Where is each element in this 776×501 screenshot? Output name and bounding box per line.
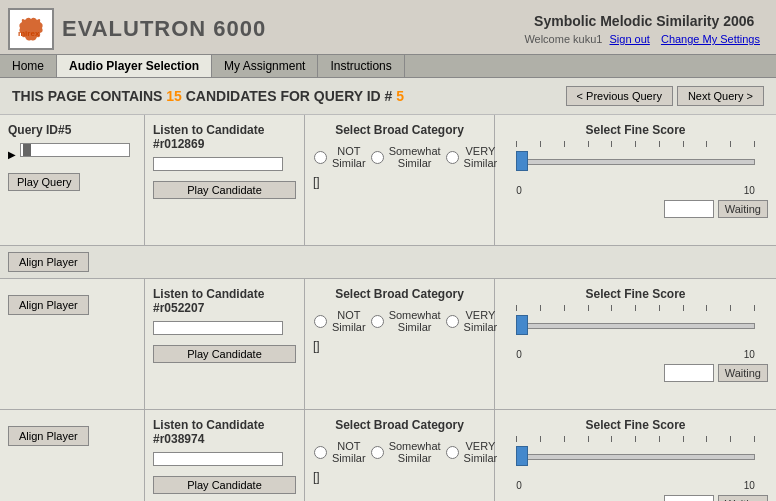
fine-scale-1: 0 10 (516, 349, 755, 360)
fine-score-input-0[interactable] (664, 200, 714, 218)
nav-item-home[interactable]: Home (0, 55, 57, 77)
radio-not-similar-0[interactable] (314, 151, 327, 164)
radio-very-2[interactable] (446, 446, 459, 459)
fine-title-0: Select Fine Score (503, 123, 768, 137)
radio-very-1[interactable] (446, 315, 459, 328)
waiting-badge-1: Waiting (718, 364, 768, 382)
radio-row-0: NOT Similar Somewhat Similar VERY Simila… (313, 145, 486, 169)
nav-item-instructions[interactable]: Instructions (318, 55, 404, 77)
query-nav-buttons: < Previous Query Next Query > (566, 86, 764, 106)
align-player-button-1[interactable]: Align Player (8, 295, 89, 315)
fine-slider-0[interactable] (503, 149, 768, 179)
logo-box: mirex (8, 8, 54, 50)
scale-min-1: 0 (516, 349, 522, 360)
fine-slider-2[interactable] (503, 444, 768, 474)
align-cell-1: Align Player (0, 279, 145, 409)
page-title-bar: THIS PAGE CONTAINS 15 CANDIDATES FOR QUE… (0, 78, 776, 115)
fine-slider-thumb-0[interactable] (516, 151, 528, 171)
fine-scale-0: 0 10 (516, 185, 755, 196)
candidate-slider-2[interactable] (153, 452, 283, 466)
fine-slider-track-0 (516, 159, 755, 165)
align-player-button-query[interactable]: Align Player (8, 252, 89, 272)
very-similar-label-2: VERY Similar (464, 440, 498, 464)
bracket-0: [] (313, 175, 486, 189)
radio-somewhat-2[interactable] (371, 446, 384, 459)
next-query-button[interactable]: Next Query > (677, 86, 764, 106)
somewhat-label-2: Somewhat Similar (389, 440, 441, 464)
fine-slider-1[interactable] (503, 313, 768, 343)
scale-max-0: 10 (744, 185, 755, 196)
play-query-button[interactable]: Play Query (8, 173, 80, 191)
broad-title-2: Select Broad Category (313, 418, 486, 432)
fine-score-input-1[interactable] (664, 364, 714, 382)
settings-link[interactable]: Change My Settings (661, 33, 760, 45)
somewhat-label-1: Somewhat Similar (389, 309, 441, 333)
scale-min-2: 0 (516, 480, 522, 491)
candidate-listen-label-0: Listen to Candidate #r012869 (153, 123, 296, 151)
fine-input-row-1: Waiting (503, 364, 768, 382)
very-similar-label-0: VERY Similar (464, 145, 498, 169)
align-cell-2: Align Player (0, 410, 145, 501)
align-row-query: Align Player (0, 246, 776, 279)
broad-category-cell-0: Select Broad Category NOT Similar Somewh… (305, 115, 495, 245)
candidate-listen-label-2: Listen to Candidate #r038974 (153, 418, 296, 446)
play-candidate-button-1[interactable]: Play Candidate (153, 345, 296, 363)
candidate-listen-cell-1: Listen to Candidate #r052207 Play Candid… (145, 279, 305, 409)
fine-input-row-2: Waiting (503, 495, 768, 501)
fine-title-2: Select Fine Score (503, 418, 768, 432)
page-title: THIS PAGE CONTAINS 15 CANDIDATES FOR QUE… (12, 88, 404, 104)
logo-area: mirex EVALUTRON 6000 (8, 8, 266, 50)
prev-query-button[interactable]: < Previous Query (566, 86, 673, 106)
title-prefix: THIS PAGE CONTAINS (12, 88, 162, 104)
query-id-highlight: 5 (396, 88, 404, 104)
not-similar-label-1: NOT Similar (332, 309, 366, 333)
broad-title-1: Select Broad Category (313, 287, 486, 301)
navbar: Home Audio Player Selection My Assignmen… (0, 54, 776, 78)
broad-category-cell-2: Select Broad Category NOT Similar Somewh… (305, 410, 495, 501)
nav-item-assignment[interactable]: My Assignment (212, 55, 318, 77)
fine-input-row-0: Waiting (503, 200, 768, 218)
somewhat-label-0: Somewhat Similar (389, 145, 441, 169)
scale-max-1: 10 (744, 349, 755, 360)
radio-row-2: NOT Similar Somewhat Similar VERY Simila… (313, 440, 486, 464)
scale-max-2: 10 (744, 480, 755, 491)
candidate-row-1: Align Player Listen to Candidate #r05220… (0, 279, 776, 410)
welcome-text: Welcome kuku1 (524, 33, 602, 45)
app-subtitle: Symbolic Melodic Similarity 2006 (524, 13, 764, 29)
tick-marks-2 (516, 436, 755, 444)
very-similar-label-1: VERY Similar (464, 309, 498, 333)
query-id-cell: Query ID#5 ▶ Play Query (0, 115, 145, 245)
fine-score-cell-0: Select Fine Score 0 10 Waiting (495, 115, 776, 245)
fine-slider-thumb-2[interactable] (516, 446, 528, 466)
fine-slider-thumb-1[interactable] (516, 315, 528, 335)
radio-row-1: NOT Similar Somewhat Similar VERY Simila… (313, 309, 486, 333)
title-mid: CANDIDATES FOR QUERY ID # (186, 88, 393, 104)
bracket-2: [] (313, 470, 486, 484)
query-slider[interactable] (20, 143, 130, 157)
query-id-label: Query ID#5 (8, 123, 71, 137)
radio-very-0[interactable] (446, 151, 459, 164)
radio-somewhat-1[interactable] (371, 315, 384, 328)
waiting-badge-0: Waiting (718, 200, 768, 218)
tick-marks-0 (516, 141, 755, 149)
play-candidate-button-2[interactable]: Play Candidate (153, 476, 296, 494)
fine-title-1: Select Fine Score (503, 287, 768, 301)
nav-item-audio-player[interactable]: Audio Player Selection (57, 55, 212, 77)
radio-not-similar-1[interactable] (314, 315, 327, 328)
main-content: Query ID#5 ▶ Play Query Listen to Candid… (0, 115, 776, 501)
candidate-slider-0[interactable] (153, 157, 283, 171)
fine-score-input-2[interactable] (664, 495, 714, 501)
broad-title-0: Select Broad Category (313, 123, 486, 137)
app-title: EVALUTRON 6000 (62, 16, 266, 42)
align-player-button-2[interactable]: Align Player (8, 426, 89, 446)
radio-somewhat-0[interactable] (371, 151, 384, 164)
header: mirex EVALUTRON 6000 Symbolic Melodic Si… (0, 0, 776, 54)
candidate-slider-1[interactable] (153, 321, 283, 335)
candidate-row-2: Align Player Listen to Candidate #r03897… (0, 410, 776, 501)
first-candidate-listen: Listen to Candidate #r012869 Play Candid… (145, 115, 305, 245)
play-icon: ▶ (8, 149, 16, 160)
fine-scale-2: 0 10 (516, 480, 755, 491)
sign-out-link[interactable]: Sign out (610, 33, 650, 45)
radio-not-similar-2[interactable] (314, 446, 327, 459)
play-candidate-button-0[interactable]: Play Candidate (153, 181, 296, 199)
